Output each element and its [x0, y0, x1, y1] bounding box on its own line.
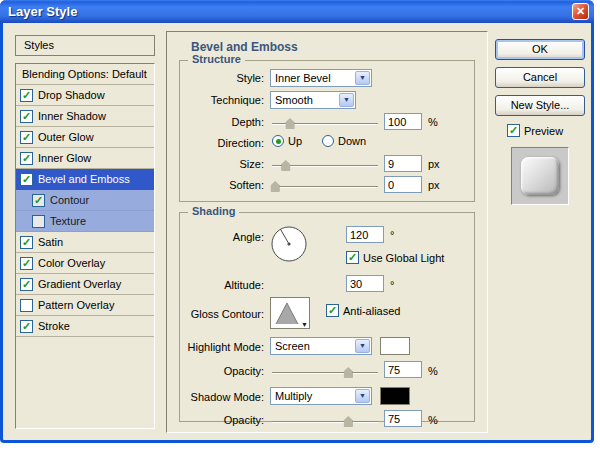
checkbox-unchecked-icon[interactable]: [20, 299, 33, 312]
new-style-button[interactable]: New Style...: [495, 95, 585, 116]
styles-list-item-label: Drop Shadow: [38, 89, 105, 101]
depth-unit: %: [428, 116, 438, 128]
altitude-input[interactable]: [346, 275, 384, 292]
depth-input[interactable]: [384, 113, 422, 130]
styles-list-item[interactable]: ✓Gradient Overlay: [16, 274, 154, 295]
dialog-body: Styles Blending Options: Default ✓Drop S…: [3, 23, 591, 440]
styles-list-item[interactable]: ✓Drop Shadow: [16, 85, 154, 106]
direction-up-label: Up: [288, 135, 302, 147]
use-global-light-label: Use Global Light: [363, 252, 444, 264]
use-global-light-checkbox[interactable]: ✓ Use Global Light: [346, 251, 444, 264]
checkbox-checked-icon[interactable]: ✓: [326, 304, 339, 317]
gloss-contour-picker[interactable]: ▼: [270, 297, 310, 329]
highlight-opacity-input[interactable]: [384, 361, 422, 378]
styles-list-item-label: Stroke: [38, 320, 70, 332]
styles-list-item[interactable]: ✓Inner Shadow: [16, 106, 154, 127]
styles-list-item[interactable]: Pattern Overlay: [16, 295, 154, 316]
angle-input[interactable]: [346, 226, 384, 243]
styles-list-item[interactable]: ✓Outer Glow: [16, 127, 154, 148]
highlight-opacity-slider[interactable]: [272, 372, 378, 374]
soften-label: Soften:: [180, 179, 264, 191]
direction-up-radio[interactable]: Up: [272, 135, 302, 147]
styles-list-item[interactable]: ✓Stroke: [16, 316, 154, 337]
chevron-down-icon[interactable]: ▼: [355, 71, 370, 85]
highlight-opacity-thumb[interactable]: [344, 367, 353, 378]
checkbox-checked-icon[interactable]: ✓: [20, 173, 33, 186]
checkbox-checked-icon[interactable]: ✓: [20, 152, 33, 165]
checkbox-unchecked-icon[interactable]: [32, 215, 45, 228]
chevron-down-icon[interactable]: ▼: [339, 93, 354, 107]
radio-down-icon[interactable]: [322, 135, 334, 147]
checkbox-checked-icon[interactable]: ✓: [20, 278, 33, 291]
styles-list-item-label: Satin: [38, 236, 63, 248]
shadow-opacity-slider[interactable]: [272, 421, 378, 423]
size-input[interactable]: [384, 155, 422, 172]
size-slider[interactable]: [272, 165, 378, 167]
size-label: Size:: [180, 158, 264, 170]
styles-list-item-label: Pattern Overlay: [38, 299, 114, 311]
window-title: Layer Style: [0, 4, 77, 19]
close-icon[interactable]: ✕: [572, 3, 589, 20]
preview-label: Preview: [524, 125, 563, 137]
checkbox-checked-icon[interactable]: ✓: [346, 251, 359, 264]
direction-label: Direction:: [180, 137, 264, 149]
styles-list-item-label: Outer Glow: [38, 131, 94, 143]
cancel-button[interactable]: Cancel: [495, 67, 585, 88]
styles-list-item[interactable]: ✓Inner Glow: [16, 148, 154, 169]
ok-button[interactable]: OK: [495, 39, 585, 60]
angle-dial[interactable]: [270, 225, 308, 265]
technique-dropdown[interactable]: Smooth ▼: [270, 91, 356, 109]
title-bar[interactable]: Layer Style ✕: [0, 0, 594, 23]
style-dropdown-value: Inner Bevel: [275, 72, 331, 84]
checkbox-checked-icon[interactable]: ✓: [20, 236, 33, 249]
style-dropdown[interactable]: Inner Bevel ▼: [270, 69, 372, 87]
chevron-down-icon[interactable]: ▼: [355, 339, 370, 353]
checkbox-checked-icon[interactable]: ✓: [507, 124, 520, 137]
bevel-preview-image: [521, 157, 559, 195]
preview-checkbox[interactable]: ✓ Preview: [507, 124, 563, 137]
styles-list-item[interactable]: ✓Satin: [16, 232, 154, 253]
blending-options-row[interactable]: Blending Options: Default: [16, 64, 154, 85]
shading-group: Shading Angle: ° ✓ Use Global Light Alti…: [179, 212, 475, 422]
direction-down-label: Down: [338, 135, 366, 147]
shadow-opacity-input[interactable]: [384, 410, 422, 427]
size-slider-thumb[interactable]: [281, 160, 290, 171]
altitude-label: Altitude:: [180, 279, 264, 291]
styles-list-item[interactable]: ✓Bevel and Emboss: [16, 169, 154, 190]
blending-options-label: Blending Options: Default: [22, 68, 147, 80]
chevron-down-icon[interactable]: ▼: [301, 321, 308, 328]
main-panel: Bevel and Emboss Structure Style: Inner …: [166, 31, 488, 433]
highlight-mode-label: Highlight Mode:: [180, 341, 264, 353]
styles-list-item[interactable]: ✓Color Overlay: [16, 253, 154, 274]
chevron-down-icon[interactable]: ▼: [355, 389, 370, 403]
highlight-color-swatch[interactable]: [380, 337, 410, 355]
depth-slider[interactable]: [272, 123, 378, 125]
checkbox-checked-icon[interactable]: ✓: [20, 320, 33, 333]
radio-up-icon[interactable]: [272, 135, 284, 147]
soften-slider-thumb[interactable]: [271, 181, 280, 192]
shadow-mode-value: Multiply: [275, 390, 312, 402]
soften-slider[interactable]: [272, 186, 378, 188]
shadow-opacity-thumb[interactable]: [344, 416, 353, 427]
checkbox-checked-icon[interactable]: ✓: [20, 110, 33, 123]
shadow-opacity-unit: %: [428, 414, 438, 426]
highlight-mode-dropdown[interactable]: Screen ▼: [270, 337, 372, 355]
checkbox-checked-icon[interactable]: ✓: [20, 257, 33, 270]
shadow-mode-dropdown[interactable]: Multiply ▼: [270, 387, 372, 405]
soften-input[interactable]: [384, 176, 422, 193]
size-unit: px: [428, 158, 440, 170]
checkbox-checked-icon[interactable]: ✓: [32, 194, 45, 207]
style-label: Style:: [180, 72, 264, 84]
anti-aliased-checkbox[interactable]: ✓ Anti-aliased: [326, 304, 400, 317]
shadow-color-swatch[interactable]: [380, 387, 410, 405]
checkbox-checked-icon[interactable]: ✓: [20, 89, 33, 102]
depth-slider-thumb[interactable]: [286, 118, 295, 129]
direction-down-radio[interactable]: Down: [322, 135, 366, 147]
styles-list-item[interactable]: ✓Contour: [16, 190, 154, 211]
checkbox-checked-icon[interactable]: ✓: [20, 131, 33, 144]
styles-list-item-label: Bevel and Emboss: [38, 173, 130, 185]
styles-list-item-label: Gradient Overlay: [38, 278, 121, 290]
depth-label: Depth:: [180, 116, 264, 128]
page-title: Bevel and Emboss: [191, 40, 298, 54]
styles-list-item[interactable]: Texture: [16, 211, 154, 232]
